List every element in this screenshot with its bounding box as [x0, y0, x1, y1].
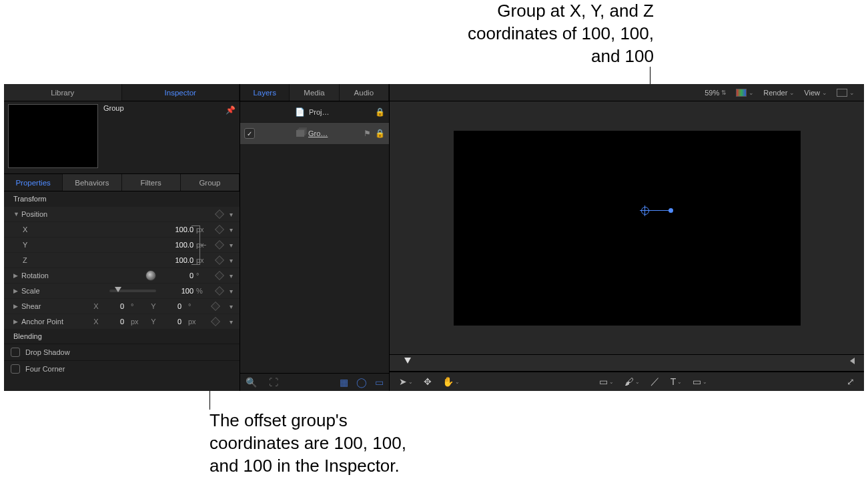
- tab-layers[interactable]: Layers: [240, 84, 290, 101]
- subtab-group[interactable]: Group: [181, 174, 240, 191]
- param-position-z[interactable]: Z 100.0px▾: [4, 252, 240, 268]
- select-tool[interactable]: ➤⌄: [399, 376, 413, 387]
- layer-row-group[interactable]: ✓ Gro… ⚑ 🔒: [240, 122, 389, 144]
- param-four-corner[interactable]: Four Corner: [4, 360, 240, 377]
- search-icon[interactable]: 🔍: [246, 377, 257, 388]
- param-position-x[interactable]: X 100.0px▾: [4, 221, 240, 237]
- param-shear[interactable]: ▶ Shear X 0° Y 0° ▾: [4, 298, 240, 314]
- shape-tool[interactable]: ▭⌄: [599, 376, 614, 387]
- zoom-selector[interactable]: 59%⇅: [705, 89, 727, 97]
- transform-gizmo[interactable]: [644, 207, 677, 216]
- keyframe-diamond-icon[interactable]: [215, 225, 224, 234]
- keyframe-diamond-icon[interactable]: [215, 256, 224, 265]
- flag-icon[interactable]: ⚑: [364, 129, 371, 138]
- keyframe-diamond-icon[interactable]: [215, 240, 224, 250]
- anchor-y-value[interactable]: 0: [165, 318, 181, 326]
- param-menu-icon[interactable]: ▾: [230, 318, 233, 326]
- inspector-title: Group: [103, 104, 220, 171]
- inspector-panel: Group 📌 Properties Behaviors Filters Gro…: [4, 101, 240, 391]
- checkbox-icon[interactable]: [11, 364, 20, 374]
- render-label: Render: [763, 89, 787, 97]
- camera-icon[interactable]: ▭: [375, 377, 384, 388]
- anchor-y-unit: px: [188, 318, 199, 326]
- disclosure-right-icon: ▶: [13, 272, 19, 279]
- subtab-filters[interactable]: Filters: [122, 174, 181, 191]
- param-menu-icon[interactable]: ▾: [230, 257, 233, 264]
- anchor-x-value[interactable]: 0: [108, 318, 124, 326]
- tab-inspector[interactable]: Inspector: [122, 84, 240, 101]
- drop-shadow-label: Drop Shadow: [25, 348, 70, 356]
- checkbox-icon[interactable]: [11, 348, 20, 357]
- topbar-mid-tabs: Layers Media Audio: [240, 84, 389, 101]
- gizmo-handle-icon[interactable]: [669, 208, 673, 213]
- pin-icon[interactable]: 📌: [226, 104, 236, 171]
- anchor-crosshair-icon[interactable]: [641, 207, 649, 215]
- bezier-tool[interactable]: ／: [650, 376, 660, 388]
- subtab-behaviors[interactable]: Behaviors: [63, 174, 121, 191]
- shear-x-unit: °: [131, 302, 141, 310]
- scale-slider[interactable]: [109, 290, 156, 292]
- pan-tool[interactable]: ✋⌄: [442, 376, 460, 387]
- param-menu-icon[interactable]: ▾: [230, 303, 233, 310]
- color-channels-menu[interactable]: ⌄: [736, 89, 754, 97]
- keyframe-diamond-icon[interactable]: [215, 271, 224, 280]
- keyframe-diamond-icon[interactable]: [215, 209, 224, 219]
- param-menu-icon[interactable]: ▾: [230, 288, 233, 295]
- tab-library[interactable]: Library: [4, 84, 122, 101]
- grid-icon[interactable]: ▦: [340, 377, 348, 388]
- param-menu-icon[interactable]: ▾: [230, 226, 233, 233]
- visibility-checkbox[interactable]: ✓: [244, 128, 255, 139]
- lock-icon[interactable]: 🔒: [375, 107, 385, 117]
- lock-icon[interactable]: 🔒: [375, 129, 385, 138]
- param-rotation[interactable]: ▶ Rotation 0°▾: [4, 268, 240, 283]
- layers-panel: 📄 Proj… 🔒 ✓ Gro… ⚑ 🔒 🔍 ⛶: [240, 101, 389, 391]
- param-menu-icon[interactable]: ▾: [230, 211, 233, 218]
- layers-footer: 🔍 ⛶ ▦ ◯ ▭: [240, 373, 389, 391]
- param-menu-icon[interactable]: ▾: [230, 272, 233, 280]
- canvas-bottom-toolbar: ➤⌄ ✥ ✋⌄ ▭⌄ 🖌⌄ ／ T⌄ ▭⌄ ⤢: [390, 372, 864, 391]
- circle-icon[interactable]: ◯: [356, 377, 367, 388]
- view-menu[interactable]: View⌄: [804, 89, 827, 97]
- paint-tool[interactable]: 🖌⌄: [624, 376, 640, 387]
- keyframe-diamond-icon[interactable]: [215, 286, 224, 296]
- annotation-top: Group at X, Y, and Z coordinates of 100,…: [450, 0, 654, 67]
- fullscreen-icon[interactable]: ⤢: [847, 376, 855, 387]
- z-value[interactable]: 100.0: [163, 256, 193, 264]
- x-value[interactable]: 100.0: [163, 225, 193, 233]
- document-icon: 📄: [295, 107, 305, 117]
- group-name[interactable]: Gro…: [308, 129, 328, 137]
- rotation-dial[interactable]: [145, 270, 156, 281]
- mask-tool[interactable]: ▭⌄: [693, 376, 707, 387]
- canvas-viewport[interactable]: [390, 101, 864, 354]
- canvas-top-toolbar: 59%⇅ ⌄ Render⌄ View⌄ ⌄: [389, 84, 864, 101]
- scale-value[interactable]: 100: [163, 287, 193, 295]
- keyframe-diamond-icon[interactable]: [211, 302, 220, 311]
- text-tool[interactable]: T⌄: [671, 376, 683, 387]
- maximize-icon[interactable]: ⛶: [269, 377, 278, 388]
- tab-media[interactable]: Media: [290, 84, 339, 101]
- rotation-value[interactable]: 0: [163, 272, 193, 280]
- shear-y-value[interactable]: 0: [165, 302, 181, 310]
- z-label: Z: [13, 256, 71, 264]
- subtab-properties[interactable]: Properties: [4, 174, 63, 191]
- tab-audio[interactable]: Audio: [340, 84, 389, 101]
- canvas-stage: [454, 131, 801, 326]
- param-position[interactable]: ▼ Position ▾: [4, 206, 240, 221]
- param-drop-shadow[interactable]: Drop Shadow: [4, 344, 240, 360]
- layer-row-project[interactable]: 📄 Proj… 🔒: [240, 101, 389, 122]
- disclosure-right-icon: ▶: [13, 318, 19, 325]
- out-point-icon[interactable]: [850, 358, 855, 364]
- keyframe-diamond-icon[interactable]: [211, 317, 220, 326]
- mini-timeline[interactable]: [390, 354, 864, 372]
- playhead-icon[interactable]: [404, 358, 411, 364]
- zoom-value: 59%: [705, 89, 719, 97]
- y-value[interactable]: 100.0: [163, 241, 193, 249]
- anchor-x-unit: px: [131, 318, 141, 326]
- render-menu[interactable]: Render⌄: [763, 89, 795, 97]
- param-scale[interactable]: ▶ Scale 100%▾: [4, 283, 240, 298]
- param-anchor-point[interactable]: ▶ Anchor Point X 0px Y 0px ▾: [4, 314, 240, 329]
- param-menu-icon[interactable]: ▾: [230, 242, 233, 249]
- shear-x-value[interactable]: 0: [108, 302, 124, 310]
- layout-menu[interactable]: ⌄: [837, 89, 855, 97]
- 3d-transform-tool[interactable]: ✥: [424, 376, 432, 387]
